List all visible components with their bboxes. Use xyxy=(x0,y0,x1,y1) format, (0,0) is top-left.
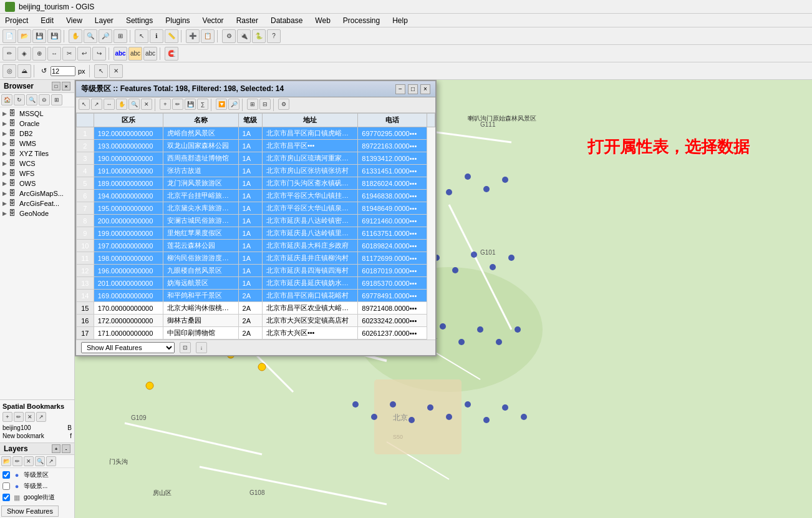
add-layer-btn[interactable]: ➕ xyxy=(186,29,200,43)
select-btn[interactable]: ↖ xyxy=(135,29,148,43)
layers-export-btn[interactable]: ↗ xyxy=(46,456,56,466)
layers-remove-layer-btn[interactable]: ✕ xyxy=(24,456,34,466)
browser-refresh-btn[interactable]: ↻ xyxy=(14,94,25,105)
browser-collapse-btn[interactable]: ⊖ xyxy=(39,94,50,105)
table-row[interactable]: 13 201.00000000000 妫海远航景区 1A 北京市延庆县延庆镇妫水… xyxy=(77,277,435,290)
menu-item-settings[interactable]: Settings xyxy=(123,15,155,26)
save-btn[interactable]: 💾 xyxy=(32,29,46,43)
browser-tree-item[interactable]: ▶🗄GeoNode xyxy=(1,208,73,218)
table-row[interactable]: 4 191.00000000000 张坊古故道 1A 北京市房山区张坊镇张坊村 … xyxy=(77,165,435,177)
ft-col-phone[interactable]: 电话 xyxy=(358,114,427,127)
menu-item-database[interactable]: Database xyxy=(268,15,305,26)
zoom-out-btn[interactable]: 🔎 xyxy=(99,29,112,43)
menu-item-project[interactable]: Project xyxy=(2,15,31,26)
ft-col-addr[interactable]: 地址 xyxy=(262,114,357,127)
gps-btn[interactable]: ◎ xyxy=(2,64,16,78)
menu-item-raster[interactable]: Raster xyxy=(234,15,261,26)
menu-item-edit[interactable]: Edit xyxy=(38,15,56,26)
snapping-btn[interactable]: 🧲 xyxy=(165,47,178,61)
browser-tree-item[interactable]: ▶🗄XYZ Tiles xyxy=(1,149,73,159)
browser-tree-item[interactable]: ▶🗄Oracle xyxy=(1,119,73,129)
add-feature-btn[interactable]: ⊕ xyxy=(32,47,46,61)
table-row[interactable]: 5 189.00000000000 龙门涧风景旅游区 1A 北京市门头沟区斋水镇… xyxy=(77,177,435,190)
menu-item-plugins[interactable]: Plugins xyxy=(163,15,192,26)
settings-btn[interactable]: ⚙ xyxy=(222,29,236,43)
menu-item-vector[interactable]: Vector xyxy=(200,15,226,26)
identify-btn[interactable]: ℹ xyxy=(150,29,163,43)
feature-table-dialog[interactable]: 等级景区 :: Features Total: 198, Filtered: 1… xyxy=(75,80,437,356)
browser-tree-item[interactable]: ▶🗄WFS xyxy=(1,169,73,178)
undo-btn[interactable]: ↩ xyxy=(77,47,91,61)
python-btn[interactable]: 🐍 xyxy=(252,29,266,43)
ft-new-btn[interactable]: + xyxy=(160,99,171,110)
sb-delete-btn[interactable]: ✕ xyxy=(25,412,35,422)
menu-item-processing[interactable]: Processing xyxy=(341,15,382,26)
zoom-in-btn[interactable]: 🔍 xyxy=(84,29,97,43)
rotation-input[interactable] xyxy=(51,66,75,76)
browser-maximize-btn[interactable]: □ xyxy=(52,82,60,90)
measure-btn[interactable]: 📏 xyxy=(165,29,178,43)
ft-filter-select[interactable]: Show All Features Show Selected Features xyxy=(81,342,175,353)
table-row[interactable]: 17 171.00000000000 中国印刷博物馆 2A 北京市大兴区••• … xyxy=(77,327,435,340)
sb-export-btn[interactable]: ↗ xyxy=(36,412,46,422)
layers-open-btn[interactable]: 📂 xyxy=(1,456,11,466)
table-row[interactable]: 9 199.00000000000 里炮红苹果度假区 1A 北京市延庆县八达岭镇… xyxy=(77,227,435,240)
help-btn[interactable]: ? xyxy=(267,29,281,43)
show-features-btn[interactable]: Show Features xyxy=(1,506,59,517)
menu-item-view[interactable]: View xyxy=(64,15,85,26)
ft-pan-btn[interactable]: ✋ xyxy=(116,99,127,110)
digitize-btn[interactable]: ✏ xyxy=(2,47,16,61)
sb-edit-btn[interactable]: ✏ xyxy=(14,412,24,422)
table-row[interactable]: 6 194.00000000000 北京平台挂甲峪旅游度假区 1A 北京市平谷区… xyxy=(77,190,435,202)
table-row[interactable]: 15 170.00000000000 北京大峪沟休假桃谷风景区 2A 北京市昌平… xyxy=(77,302,435,315)
browser-filter-btn[interactable]: 🔍 xyxy=(26,94,37,105)
browser-home-btn[interactable]: 🏠 xyxy=(1,94,12,105)
ft-expand-btn[interactable]: ⊞ xyxy=(247,99,258,110)
cursor-btn[interactable]: ↖ xyxy=(94,64,108,78)
ft-edit-btn[interactable]: ✏ xyxy=(172,99,183,110)
table-row[interactable]: 14 169.00000000000 和平鸽和平千景区 2A 北京市昌平区南口镇… xyxy=(77,290,435,302)
ft-gear-btn[interactable]: ⚙ xyxy=(278,99,289,110)
ft-table-container[interactable]: 区乐 名称 笔级 地址 电话 1 192.00000000000 虎峪自然风景区… xyxy=(76,113,435,340)
layers-add-btn[interactable]: + xyxy=(52,444,60,453)
ft-minimize-btn[interactable]: − xyxy=(395,84,405,94)
ft-select-all-btn[interactable]: ↖ xyxy=(79,99,90,110)
plugins-btn[interactable]: 🔌 xyxy=(237,29,251,43)
label2-btn[interactable]: abc xyxy=(128,47,142,61)
table-row[interactable]: 10 197.00000000000 莲花云森林公园 1A 北京市延庆县大科庄乡… xyxy=(77,240,435,252)
ft-col-grade[interactable]: 笔级 xyxy=(238,114,262,127)
close-edit-btn[interactable]: ✕ xyxy=(109,64,123,78)
new-project-btn[interactable]: 📄 xyxy=(2,29,16,43)
redo-btn[interactable]: ↪ xyxy=(92,47,106,61)
browser-tree-item[interactable]: ▶🗄WMS xyxy=(1,139,73,149)
menu-item-help[interactable]: Help xyxy=(390,15,410,26)
table-row[interactable]: 11 198.00000000000 柳沟民俗旅游游度假区 1A 北京市延庆县井… xyxy=(77,252,435,265)
browser-tree-item[interactable]: ▶🗄ArcGisMapS... xyxy=(1,188,73,198)
ft-maximize-btn[interactable]: □ xyxy=(408,84,418,94)
attribute-table-btn[interactable]: 📋 xyxy=(201,29,215,43)
browser-tree-item[interactable]: ▶🗄WCS xyxy=(1,159,73,169)
browser-properties-btn[interactable]: ⊞ xyxy=(51,94,62,105)
ft-dock-btn[interactable]: ↓ xyxy=(196,342,207,353)
ft-col-name[interactable]: 名称 xyxy=(163,114,239,127)
browser-tree-item[interactable]: ▶🗄OWS xyxy=(1,178,73,188)
layers-edit-btn[interactable]: ✏ xyxy=(12,456,22,466)
ft-save-btn[interactable]: 💾 xyxy=(185,99,196,110)
table-row[interactable]: 2 193.00000000000 双龙山国家森林公园 1A 北京市昌平区•••… xyxy=(77,140,435,152)
layers-filter-btn[interactable]: 🔍 xyxy=(35,456,45,466)
table-row[interactable]: 8 200.00000000000 安澜古城民俗旅游度假区 1A 北京市延庆县八… xyxy=(77,215,435,227)
ft-deselect-btn[interactable]: ↗ xyxy=(91,99,102,110)
menu-item-layer[interactable]: Layer xyxy=(92,15,116,26)
browser-close-btn[interactable]: × xyxy=(62,82,70,90)
map-area[interactable]: G112 G111 G101 G7 G6 S1 G109 G108 S50 xyxy=(75,80,812,518)
table-row[interactable]: 1 192.00000000000 虎峪自然风景区 1A 北京市昌平区南口镇虎峪… xyxy=(77,127,435,140)
ft-calc-btn[interactable]: ∑ xyxy=(197,99,208,110)
terrain-btn[interactable]: ⛰ xyxy=(17,64,31,78)
node-tool-btn[interactable]: ◈ xyxy=(17,47,31,61)
layer-check-3[interactable] xyxy=(2,494,10,501)
label-btn[interactable]: abc xyxy=(114,47,127,61)
table-row[interactable]: 12 196.00000000000 九眼楼自然风景区 1A 北京市延庆县四海镇… xyxy=(77,265,435,277)
ft-collapse-btn[interactable]: ⊟ xyxy=(259,99,271,110)
browser-tree-item[interactable]: ▶🗄ArcGisFeat... xyxy=(1,198,73,208)
layer-check-2[interactable] xyxy=(2,482,10,490)
